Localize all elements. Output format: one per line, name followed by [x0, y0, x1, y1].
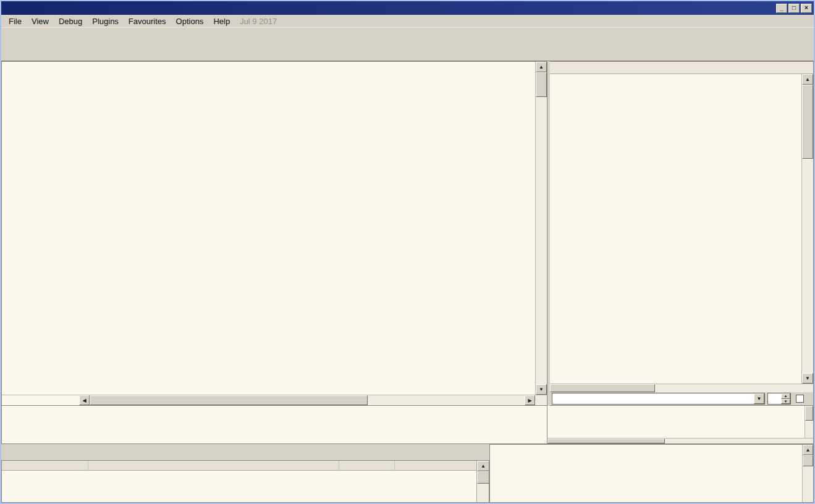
- view-tab-bar: [1, 44, 814, 61]
- bottom-panels: [1, 444, 814, 503]
- menu-help[interactable]: Help: [208, 15, 235, 27]
- disassembly-pane: [1, 61, 547, 406]
- dump-pane: [1, 460, 489, 503]
- scroll-up-button[interactable]: [803, 445, 813, 455]
- scroll-thumb[interactable]: [547, 439, 665, 443]
- calling-convention-select[interactable]: [552, 393, 765, 405]
- dump-vertical-scrollbar[interactable]: [476, 461, 489, 502]
- scroll-thumb[interactable]: [477, 471, 489, 484]
- scroll-left-button[interactable]: [79, 395, 90, 405]
- menu-bar: FileViewDebugPluginsFavouritesOptionsHel…: [1, 15, 814, 28]
- disasm-horizontal-scrollbar[interactable]: [2, 395, 547, 405]
- maximize-button[interactable]: □: [788, 4, 800, 13]
- registers-vertical-scrollbar[interactable]: [801, 74, 813, 384]
- registers-horizontal-scrollbar[interactable]: [550, 384, 813, 392]
- build-date: Jul 9 2017: [240, 17, 277, 26]
- cpu-view: [1, 61, 814, 406]
- stack-pane: [489, 444, 814, 503]
- scroll-track[interactable]: [802, 159, 813, 373]
- menu-file[interactable]: File: [4, 15, 27, 27]
- scroll-thumb[interactable]: [805, 406, 813, 421]
- registers-pane: [550, 61, 814, 406]
- scroll-thumb[interactable]: [803, 455, 813, 466]
- dump-header-unicode: [339, 461, 395, 470]
- scroll-thumb[interactable]: [802, 85, 813, 159]
- menu-view[interactable]: View: [27, 15, 54, 27]
- register-list[interactable]: [550, 74, 801, 384]
- scroll-track[interactable]: [368, 395, 525, 405]
- unlocked-checkbox[interactable]: [796, 395, 804, 403]
- dump-tab-bar: [1, 444, 489, 460]
- arguments-horizontal-scrollbar[interactable]: [547, 438, 813, 443]
- title-bar[interactable]: _□×: [1, 1, 814, 15]
- scroll-thumb[interactable]: [536, 72, 547, 97]
- spinner-down-button[interactable]: [781, 399, 790, 405]
- close-button[interactable]: ×: [801, 4, 812, 13]
- dump-header-address: [2, 461, 88, 470]
- arguments-vertical-scrollbar[interactable]: [804, 406, 813, 438]
- minimize-button[interactable]: _: [776, 4, 787, 13]
- stack-vertical-scrollbar[interactable]: [802, 445, 813, 502]
- info-row: [1, 406, 814, 444]
- disassembly-rows[interactable]: [2, 62, 535, 395]
- scroll-up-button[interactable]: [536, 62, 547, 72]
- scroll-right-button[interactable]: [525, 395, 535, 405]
- scroll-down-button[interactable]: [802, 373, 813, 384]
- x64dbg-window: _□× FileViewDebugPluginsFavouritesOption…: [0, 0, 815, 504]
- menu-options[interactable]: Options: [171, 15, 209, 27]
- arguments-pane: [547, 406, 814, 444]
- argument-list[interactable]: [547, 406, 804, 438]
- instruction-info-box: [1, 406, 547, 444]
- stack-rows[interactable]: [490, 445, 802, 502]
- scroll-track[interactable]: [536, 97, 547, 384]
- menu-debug[interactable]: Debug: [54, 15, 87, 27]
- menu-plugins[interactable]: Plugins: [87, 15, 124, 27]
- dropdown-arrow-icon[interactable]: [754, 393, 764, 404]
- scroll-thumb[interactable]: [90, 395, 368, 405]
- menu-favourites[interactable]: Favourites: [124, 15, 171, 27]
- disasm-vertical-scrollbar[interactable]: [535, 62, 547, 395]
- hide-fpu-button[interactable]: [550, 62, 813, 74]
- dump-header: [2, 461, 476, 471]
- scroll-thumb[interactable]: [550, 384, 655, 392]
- scroll-down-button[interactable]: [536, 384, 547, 395]
- spinner-up-button[interactable]: [781, 393, 790, 399]
- scroll-up-button[interactable]: [802, 74, 813, 85]
- argument-count-spinner[interactable]: [767, 393, 791, 405]
- calling-convention-row: [550, 392, 813, 405]
- dump-header-hex: [88, 461, 339, 470]
- scroll-up-button[interactable]: [477, 461, 489, 471]
- toolbar: [1, 28, 814, 44]
- spinner-value: [768, 393, 781, 404]
